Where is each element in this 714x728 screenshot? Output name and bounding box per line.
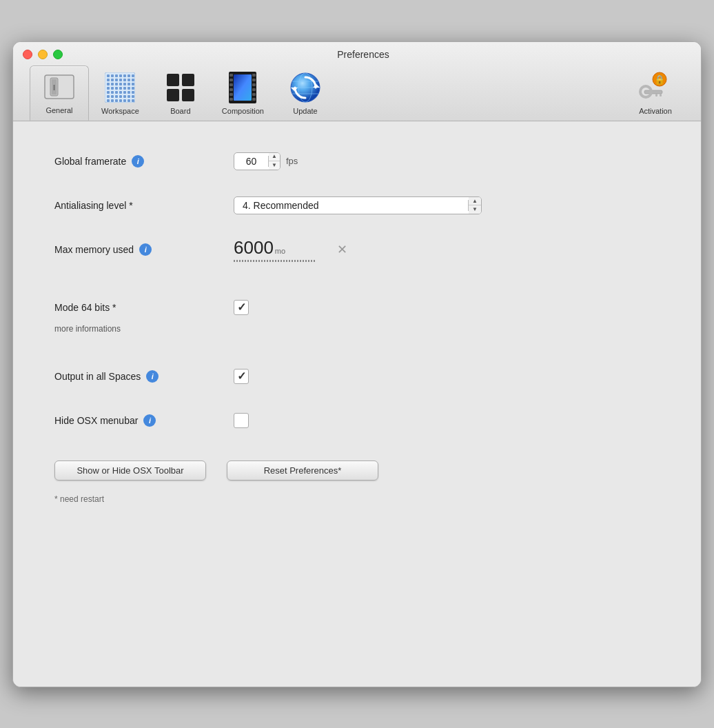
tab-update[interactable]: Update: [276, 67, 334, 121]
hide-menubar-row: Hide OSX menubar i: [54, 408, 660, 433]
svg-rect-40: [107, 95, 110, 98]
svg-rect-62: [229, 88, 233, 91]
antialiasing-label: Antialiasing level *: [54, 200, 234, 211]
framerate-label: Global framerate i: [54, 155, 234, 168]
svg-rect-8: [119, 74, 122, 77]
tab-composition-label: Composition: [222, 107, 264, 115]
hide-menubar-info-icon[interactable]: i: [143, 414, 156, 427]
toolbar: I General: [23, 65, 691, 121]
antialiasing-row: Antialiasing level * 4. Recommended ▲ ▼: [54, 193, 660, 218]
svg-text:I: I: [53, 83, 55, 92]
tab-board[interactable]: Board: [152, 67, 210, 121]
memory-label: Max memory used i: [54, 243, 234, 256]
svg-rect-42: [115, 95, 118, 98]
memory-slider[interactable]: [234, 260, 316, 262]
framerate-up-button[interactable]: ▲: [269, 153, 280, 162]
svg-rect-5: [107, 74, 110, 77]
memory-value: 6000: [234, 237, 274, 259]
svg-rect-48: [111, 99, 114, 102]
svg-rect-84: [660, 94, 662, 97]
svg-rect-16: [123, 79, 126, 81]
svg-rect-26: [107, 87, 110, 90]
show-hide-toolbar-button[interactable]: Show or Hide OSX Toolbar: [54, 461, 206, 481]
tab-update-label: Update: [293, 107, 317, 115]
titlebar: Preferences I General: [13, 42, 701, 121]
svg-rect-55: [182, 74, 194, 86]
window-title: Preferences: [63, 49, 664, 60]
footer-note: * need restart: [54, 494, 660, 504]
svg-rect-39: [132, 91, 134, 94]
mode64-row: Mode 64 bits * more informations: [54, 295, 660, 334]
svg-rect-83: [655, 94, 657, 97]
output-spaces-checkbox[interactable]: [234, 369, 249, 384]
svg-rect-57: [182, 89, 194, 101]
tab-general[interactable]: I General: [30, 65, 89, 121]
svg-rect-51: [123, 99, 126, 102]
svg-rect-45: [127, 95, 130, 98]
preferences-window: Preferences I General: [12, 41, 702, 687]
svg-rect-35: [115, 91, 118, 94]
svg-rect-30: [123, 87, 126, 90]
svg-rect-21: [115, 83, 118, 85]
hide-menubar-checkbox[interactable]: [234, 413, 249, 428]
antialiasing-arrows: ▲ ▼: [469, 197, 481, 214]
tab-activation[interactable]: 🔒 Activation: [626, 67, 684, 121]
svg-rect-11: [132, 74, 134, 77]
svg-rect-34: [111, 91, 114, 94]
memory-row: Max memory used i 6000 mo ✕: [54, 237, 660, 262]
composition-icon: [226, 71, 259, 104]
antialiasing-up-button[interactable]: ▲: [469, 197, 481, 206]
framerate-stepper[interactable]: 60 ▲ ▼: [234, 152, 280, 170]
svg-rect-32: [132, 87, 134, 90]
svg-rect-63: [229, 93, 233, 96]
maximize-button[interactable]: [53, 50, 63, 59]
content-area: Global framerate i 60 ▲ ▼ fps Antialiasi…: [13, 121, 701, 687]
memory-value-container: 6000 mo: [234, 237, 316, 262]
mode64-checkbox[interactable]: [234, 300, 249, 315]
svg-rect-24: [127, 83, 130, 85]
svg-rect-15: [119, 79, 122, 81]
mode64-label: Mode 64 bits *: [54, 302, 234, 313]
svg-rect-67: [252, 83, 256, 86]
minimize-button[interactable]: [38, 50, 48, 59]
svg-rect-28: [115, 87, 118, 90]
svg-rect-17: [127, 79, 130, 81]
output-spaces-info-icon[interactable]: i: [146, 370, 159, 383]
memory-unit: mo: [275, 247, 285, 255]
memory-info-icon[interactable]: i: [139, 243, 152, 256]
svg-rect-10: [127, 74, 130, 77]
svg-rect-0: [45, 75, 74, 99]
svg-rect-22: [119, 83, 122, 85]
output-spaces-row: Output in all Spaces i: [54, 364, 660, 389]
svg-rect-12: [107, 79, 110, 81]
antialiasing-down-button[interactable]: ▼: [469, 205, 481, 214]
svg-rect-9: [123, 74, 126, 77]
tab-composition[interactable]: Composition: [210, 67, 276, 121]
svg-rect-13: [111, 79, 114, 81]
svg-rect-49: [115, 99, 118, 102]
svg-rect-71: [234, 74, 252, 101]
activation-icon: 🔒: [639, 71, 672, 104]
framerate-value: 60: [234, 156, 269, 167]
mode64-checkbox-row: Mode 64 bits *: [54, 295, 660, 320]
svg-rect-52: [127, 99, 130, 102]
tab-board-label: Board: [170, 107, 190, 115]
framerate-unit: fps: [286, 156, 298, 166]
svg-rect-47: [107, 99, 110, 102]
reset-preferences-button[interactable]: Reset Preferences*: [227, 461, 378, 481]
svg-rect-53: [132, 99, 134, 102]
framerate-down-button[interactable]: ▼: [269, 161, 280, 170]
close-button[interactable]: [23, 50, 32, 59]
svg-rect-70: [252, 98, 256, 101]
memory-clear-button[interactable]: ✕: [337, 242, 347, 257]
antialiasing-select[interactable]: 4. Recommended ▲ ▼: [234, 196, 482, 214]
svg-rect-54: [167, 74, 179, 86]
update-icon: [289, 71, 322, 104]
tab-workspace-label: Workspace: [101, 107, 139, 115]
svg-rect-29: [119, 87, 122, 90]
svg-rect-46: [132, 95, 134, 98]
framerate-info-icon[interactable]: i: [132, 155, 144, 168]
svg-rect-7: [115, 74, 118, 77]
svg-rect-20: [111, 83, 114, 85]
tab-workspace[interactable]: Workspace: [89, 67, 152, 121]
